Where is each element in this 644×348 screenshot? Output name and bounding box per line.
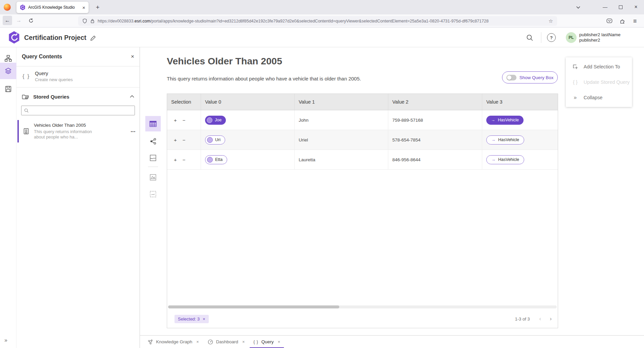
selection-bar	[17, 120, 19, 142]
browser-tab-strip: ArcGIS Knowledge Studio × + — ×	[0, 0, 644, 14]
menu-item-collapse[interactable]: » Collapse	[566, 90, 632, 105]
search-icon	[24, 108, 29, 113]
new-map-icon[interactable]	[145, 170, 161, 185]
panel-header: Query Contents ×	[16, 47, 140, 66]
panel-title: Query Contents	[22, 54, 131, 60]
relationship-pill[interactable]: →HasVehicle	[486, 116, 524, 125]
value-cell: 759-889-57168	[388, 110, 482, 130]
reload-button[interactable]	[26, 16, 36, 25]
entity-dot-icon	[207, 157, 213, 163]
tab-dashboard[interactable]: Dashboard ×	[203, 336, 249, 348]
header-divider	[541, 32, 541, 43]
edit-title-pencil-icon[interactable]	[89, 34, 97, 42]
relationship-pill[interactable]: →HasVehicle	[486, 135, 524, 144]
stored-query-description: This query returns information about peo…	[34, 129, 100, 140]
table-row: + − Etta Lauretta 846-956-8644 →HasVehic…	[167, 150, 558, 170]
bookmark-star-icon[interactable]: ☆	[549, 18, 553, 24]
remove-selection-button[interactable]: −	[183, 117, 186, 123]
back-button[interactable]: ←	[3, 16, 12, 25]
close-tab-icon[interactable]: ×	[278, 339, 280, 344]
tab-knowledge-graph[interactable]: Knowledge Graph ×	[143, 336, 203, 348]
table-footer: Selected: 3 × 1-3 of 3 ‹ ›	[167, 310, 558, 328]
braces-icon: { }	[572, 79, 579, 85]
menu-item-update-stored-query[interactable]: { } Update Stored Query	[566, 74, 632, 90]
next-page-icon[interactable]: ›	[550, 315, 552, 322]
menu-item-add-selection-to[interactable]: Add Selection To	[566, 59, 632, 74]
user-info[interactable]: publisher2 lastName publisher2	[579, 32, 621, 43]
value-cell: 846-956-8644	[388, 150, 482, 169]
relationship-pill[interactable]: →HasVehicle	[486, 155, 524, 164]
avatar[interactable]: PL	[566, 32, 577, 43]
close-tab-icon[interactable]: ×	[196, 339, 199, 344]
column-header: Value 1	[295, 94, 388, 110]
add-selection-button[interactable]: +	[174, 117, 177, 123]
remove-selection-button[interactable]: −	[183, 157, 186, 163]
app-menu-icon[interactable]: ≡	[630, 17, 640, 25]
user-subtitle: publisher2	[579, 38, 621, 43]
entity-pill[interactable]: Uri	[205, 135, 225, 144]
search-icon[interactable]	[525, 33, 535, 43]
pagination-label: 1-3 of 3	[515, 316, 530, 322]
entity-cell: Etta	[201, 150, 295, 169]
table-view-icon[interactable]	[145, 116, 161, 131]
relationship-cell: →HasVehicle	[482, 150, 558, 169]
braces-icon: { }	[22, 73, 30, 80]
add-selection-button[interactable]: +	[174, 157, 177, 163]
panel-close-icon[interactable]: ×	[131, 53, 134, 60]
clear-selection-icon[interactable]: ×	[203, 316, 205, 322]
column-header: Value 0	[201, 94, 295, 110]
entity-pill[interactable]: Joe	[205, 116, 226, 125]
close-tab-icon[interactable]: ×	[242, 339, 245, 344]
pocket-icon[interactable]	[605, 17, 614, 25]
window-minimize-button[interactable]: —	[599, 2, 611, 12]
chevron-up-icon[interactable]	[130, 95, 134, 98]
new-tab-button[interactable]: +	[93, 3, 102, 12]
search-input[interactable]	[31, 108, 132, 113]
horizontal-scrollbar[interactable]	[168, 305, 557, 308]
window-close-button[interactable]: ×	[630, 2, 642, 12]
show-query-box-toggle[interactable]: Show Query Box	[502, 71, 558, 83]
page-subtitle: This query returns information about peo…	[167, 76, 361, 81]
value-cell: Uriel	[295, 130, 388, 150]
tab-close-icon[interactable]: ×	[82, 5, 85, 10]
window-maximize-button[interactable]	[614, 2, 627, 12]
selection-cell: + −	[167, 110, 201, 130]
entity-cell: Joe	[201, 110, 295, 130]
stored-query-item-selected[interactable]: Vehicles Older Than 2005 This query retu…	[16, 120, 140, 142]
forward-button[interactable]: →	[14, 16, 23, 25]
extensions-icon[interactable]	[617, 17, 627, 25]
url-bar[interactable]: https://dev0028833.esri.com/portal/apps/…	[78, 16, 557, 26]
previous-page-icon[interactable]: ‹	[539, 315, 541, 322]
toggle-off[interactable]	[506, 75, 516, 80]
stored-queries-header[interactable]: Stored Queries	[16, 88, 140, 103]
arrow-icon: →	[491, 118, 495, 122]
column-header: Value 3	[482, 94, 558, 110]
save-icon[interactable]	[0, 81, 16, 96]
add-selection-button[interactable]: +	[174, 137, 177, 143]
relationship-cell: →HasVehicle	[482, 130, 558, 150]
selected-count-chip[interactable]: Selected: 3 ×	[175, 315, 209, 323]
selected-count-label: Selected: 3	[178, 316, 200, 322]
tab-query-active[interactable]: { } Query ×	[249, 336, 285, 348]
folder-icon	[22, 94, 29, 100]
query-item-label: Query	[35, 71, 73, 76]
kebab-menu-icon[interactable]: •••	[131, 129, 136, 133]
link-chart-icon[interactable]	[145, 133, 161, 149]
remove-selection-button[interactable]: −	[183, 137, 186, 143]
browser-tab[interactable]: ArcGIS Knowledge Studio ×	[16, 2, 89, 13]
scrollbar-thumb[interactable]	[168, 305, 339, 308]
map-view-icon[interactable]	[145, 150, 161, 166]
selection-tool-icon[interactable]	[145, 186, 161, 202]
layers-icon-selected[interactable]	[0, 63, 16, 79]
entity-pill[interactable]: Etta	[205, 155, 227, 164]
firefox-logo-icon[interactable]	[4, 4, 11, 11]
knowledge-studio-logo	[8, 31, 20, 44]
stored-queries-title: Stored Queries	[33, 94, 126, 100]
value-cell: John	[295, 110, 388, 130]
help-icon[interactable]: ?	[547, 33, 556, 42]
query-create-item[interactable]: { } Query Create new queries	[16, 66, 140, 88]
stored-queries-search[interactable]	[21, 106, 135, 115]
tab-list-chevron-icon[interactable]	[574, 3, 583, 12]
entity-dot-icon	[207, 137, 213, 143]
expand-rail-icon[interactable]: »	[4, 337, 7, 343]
